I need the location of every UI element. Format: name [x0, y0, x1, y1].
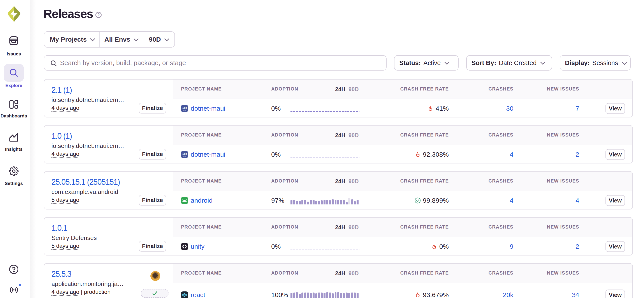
svg-text:MAUI: MAUI — [183, 110, 186, 111]
svg-text:.NET: .NET — [182, 153, 187, 155]
svg-text:.NET: .NET — [182, 107, 187, 109]
svg-text:MAUI: MAUI — [183, 156, 186, 157]
